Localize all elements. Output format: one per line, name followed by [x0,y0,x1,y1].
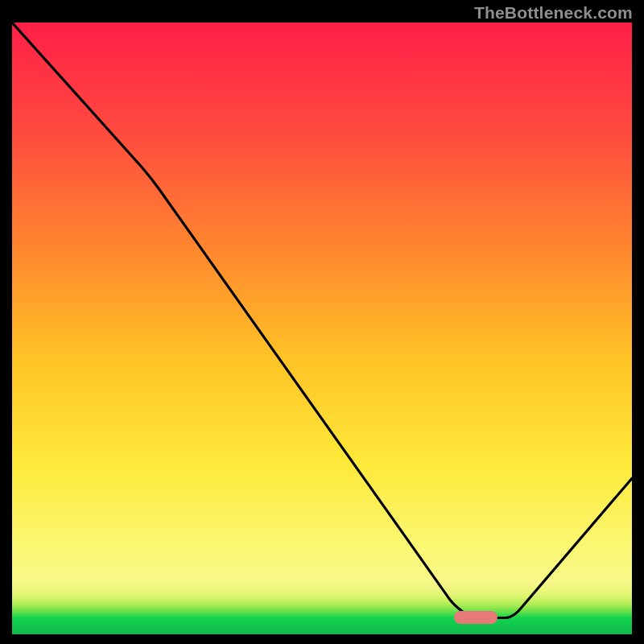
optimal-range-marker [454,611,497,624]
watermark-text: TheBottleneck.com [474,3,633,23]
chart-frame [12,23,632,634]
gradient-background [12,23,632,634]
bottleneck-chart [12,23,632,634]
